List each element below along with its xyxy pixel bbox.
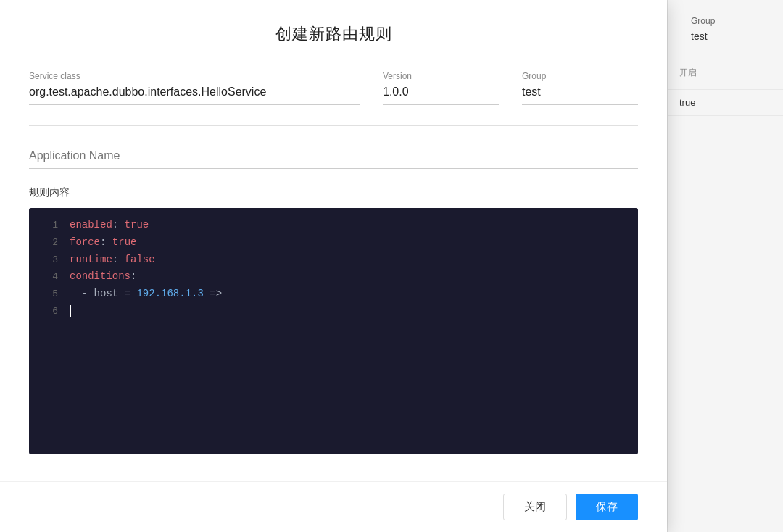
- bg-group-row: Group test: [668, 0, 783, 59]
- modal-dialog: 创建新路由规则 Service class org.test.apache.du…: [0, 0, 667, 532]
- code-line-2: 2force: true: [29, 234, 638, 252]
- service-class-row: Service class org.test.apache.dubbo.inte…: [29, 71, 638, 105]
- service-class-field: Service class org.test.apache.dubbo.inte…: [29, 71, 360, 105]
- bg-true-value: true: [679, 97, 771, 108]
- bg-enabled-row: 开启: [668, 59, 783, 90]
- divider-1: [29, 125, 638, 126]
- service-class-value: org.test.apache.dubbo.interfaces.HelloSe…: [29, 86, 360, 105]
- line-number-6: 6: [41, 304, 58, 320]
- version-label: Version: [383, 71, 499, 81]
- group-field: Group test: [522, 71, 638, 105]
- line-content-6: [70, 303, 626, 320]
- code-editor[interactable]: 1enabled: true2force: true3runtime: fals…: [29, 208, 638, 454]
- line-content-1: enabled: true: [70, 217, 626, 234]
- code-line-5: 5 - host = 192.168.1.3 =>: [29, 286, 638, 303]
- line-number-5: 5: [41, 286, 58, 302]
- line-content-5: - host = 192.168.1.3 =>: [70, 286, 626, 303]
- application-name-input[interactable]: [29, 144, 638, 169]
- line-number-4: 4: [41, 269, 58, 285]
- bg-group-value: test: [679, 29, 771, 51]
- code-line-3: 3runtime: false: [29, 252, 638, 269]
- line-content-3: runtime: false: [70, 252, 626, 269]
- line-number-3: 3: [41, 252, 58, 268]
- version-field: Version 1.0.0: [383, 71, 499, 105]
- service-class-label: Service class: [29, 71, 360, 81]
- code-line-1: 1enabled: true: [29, 217, 638, 234]
- line-content-2: force: true: [70, 234, 626, 252]
- group-label: Group: [522, 71, 638, 81]
- cancel-button[interactable]: 关闭: [503, 494, 567, 520]
- code-line-4: 4conditions:: [29, 268, 638, 286]
- cursor-icon: [70, 305, 71, 317]
- save-button[interactable]: 保存: [576, 494, 638, 520]
- background-panel: Group test 开启 true: [667, 0, 783, 532]
- line-content-4: conditions:: [70, 268, 626, 286]
- line-number-2: 2: [41, 235, 58, 251]
- bg-true-row: true: [668, 90, 783, 116]
- code-line-6: 6: [29, 303, 638, 320]
- bg-enabled-label: 开启: [679, 67, 771, 79]
- group-value: test: [522, 86, 638, 105]
- line-number-1: 1: [41, 217, 58, 233]
- bg-group-label: Group: [679, 7, 771, 29]
- modal-footer: 关闭 保存: [0, 481, 667, 532]
- rule-content-label: 规则内容: [29, 186, 638, 199]
- modal-title: 创建新路由规则: [29, 23, 638, 45]
- version-value: 1.0.0: [383, 86, 499, 105]
